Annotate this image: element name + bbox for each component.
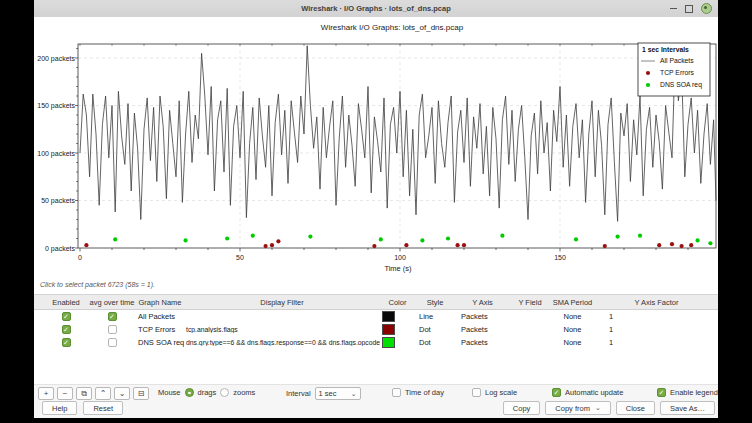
tcp-errors-dot	[603, 244, 607, 248]
copy-from-label: Copy from	[555, 404, 590, 413]
x-tick-label: 0	[78, 254, 82, 261]
add-button[interactable]: +	[38, 387, 54, 400]
graph-row-dns-soa-req[interactable]: ✓DNS SOA reqdns.qry.type==6 && dns.flags…	[34, 336, 718, 349]
sma-period-cell[interactable]: None	[550, 338, 595, 347]
column-header-sma-period[interactable]: SMA Period	[550, 298, 595, 307]
color-swatch[interactable]	[382, 337, 395, 348]
automatic-update-checkbox[interactable]: ✓	[552, 388, 561, 397]
chart-legend: 1 sec IntervalsAll PacketsTCP ErrorsDNS …	[638, 43, 710, 96]
y-axis-factor-cell[interactable]: 1	[595, 338, 718, 347]
interval-dropdown[interactable]: 1 sec ⌄	[315, 387, 361, 400]
y-tick-label: 50 packets	[41, 197, 75, 205]
column-header-enabled[interactable]: Enabled	[44, 298, 88, 307]
chart-title: Wireshark I/O Graphs: lots_of_dns.pcap	[321, 23, 464, 32]
enable-legend-option[interactable]: ✓ Enable legend	[657, 388, 718, 397]
column-header-y-field[interactable]: Y Field	[510, 298, 550, 307]
tcp-errors-dot	[462, 243, 466, 247]
enabled-checkbox[interactable]: ✓	[62, 338, 71, 347]
style-cell[interactable]: Dot	[415, 325, 455, 334]
column-header-y-axis[interactable]: Y Axis	[455, 298, 510, 307]
x-axis-label: Time (s)	[384, 264, 412, 273]
tcp-errors-dot	[670, 242, 674, 246]
dns-soa-req-dot	[446, 236, 450, 240]
style-cell[interactable]: Dot	[415, 338, 455, 347]
enabled-checkbox[interactable]: ✓	[62, 312, 71, 321]
y-axis-factor-cell[interactable]: 1	[595, 312, 718, 321]
graphs-table: Enabledavg over timeGraph NameDisplay Fi…	[34, 294, 718, 386]
maximize-icon[interactable]	[685, 5, 693, 13]
log-scale-checkbox[interactable]	[472, 388, 481, 397]
tcp-errors-dot	[264, 244, 268, 248]
dialog-footer: Help Reset Copy Copy from ⌄ Close Save A…	[34, 401, 718, 417]
move-down-button[interactable]: ⌄	[114, 387, 130, 400]
y-axis-factor-cell[interactable]: 1	[595, 325, 718, 334]
log-scale-option[interactable]: Log scale	[472, 388, 517, 397]
y-axis-cell[interactable]: Packets	[455, 338, 510, 347]
remove-button[interactable]: −	[57, 387, 73, 400]
sma-period-cell[interactable]: None	[550, 325, 595, 334]
io-graph-plot[interactable]: Wireshark I/O Graphs: lots_of_dns.pcap0 …	[34, 17, 718, 279]
display-filter-cell[interactable]: dns.qry.type==6 && dns.flags.response==0…	[184, 339, 380, 346]
style-cell[interactable]: Line	[415, 312, 455, 321]
graph-name-cell[interactable]: All Packets	[136, 312, 184, 321]
dns-soa-req-dot	[308, 235, 312, 239]
close-icon[interactable]	[701, 3, 712, 14]
mouse-zooms-radio[interactable]	[220, 388, 229, 397]
clear-button[interactable]: ⊟	[133, 387, 149, 400]
x-tick-label: 150	[554, 254, 566, 261]
color-swatch[interactable]	[382, 324, 395, 335]
tcp-errors-dot	[276, 239, 280, 243]
column-header-color[interactable]: Color	[380, 298, 415, 307]
tcp-errors-dot	[404, 243, 408, 247]
move-up-button[interactable]: ⌃	[95, 387, 111, 400]
tcp-errors-dot	[372, 244, 376, 248]
duplicate-button[interactable]: ⧉	[76, 387, 92, 400]
time-of-day-checkbox[interactable]	[392, 388, 401, 397]
graph-row-all-packets[interactable]: ✓✓All PacketsLinePacketsNone1	[34, 310, 718, 323]
graph-name-cell[interactable]: TCP Errors	[136, 325, 184, 334]
time-of-day-option[interactable]: Time of day	[392, 388, 444, 397]
dns-soa-req-dot	[420, 238, 424, 242]
mouse-drags-radio[interactable]	[185, 388, 194, 397]
copy-button[interactable]: Copy	[503, 401, 541, 415]
y-tick-label: 150 packets	[37, 102, 75, 110]
mouse-drags-label[interactable]: drags	[198, 388, 217, 397]
interval-label: Interval	[286, 389, 311, 398]
save-as-button[interactable]: Save As…	[660, 401, 715, 415]
graph-name-cell[interactable]: DNS SOA req	[136, 338, 184, 347]
sma-period-cell[interactable]: None	[550, 312, 595, 321]
color-swatch[interactable]	[382, 311, 395, 322]
display-filter-cell[interactable]: tcp.analysis.flags	[184, 326, 380, 333]
x-tick-label: 100	[394, 254, 406, 261]
column-header-graph-name[interactable]: Graph Name	[136, 298, 184, 307]
avg-over-time-checkbox[interactable]	[108, 338, 117, 347]
column-header-style[interactable]: Style	[415, 298, 455, 307]
copy-from-button[interactable]: Copy from ⌄	[545, 401, 610, 415]
y-axis-cell[interactable]: Packets	[455, 312, 510, 321]
mouse-zooms-label[interactable]: zooms	[233, 388, 255, 397]
chart-canvas[interactable]: Wireshark I/O Graphs: lots_of_dns.pcap0 …	[34, 17, 718, 279]
y-tick-label: 100 packets	[37, 150, 75, 158]
tcp-errors-dot	[456, 243, 460, 247]
minimize-icon[interactable]	[670, 8, 677, 10]
io-graphs-dialog: Wireshark · I/O Graphs · lots_of_dns.pca…	[34, 0, 718, 417]
tcp-errors-dot	[657, 243, 661, 247]
graph-row-tcp-errors[interactable]: ✓TCP Errorstcp.analysis.flagsDotPacketsN…	[34, 323, 718, 336]
automatic-update-label: Automatic update	[565, 388, 623, 397]
dns-soa-req-dot	[251, 234, 255, 238]
help-button[interactable]: Help	[42, 401, 77, 415]
y-tick-label: 0 packets	[45, 245, 75, 253]
enable-legend-checkbox[interactable]: ✓	[657, 388, 666, 397]
title-bar[interactable]: Wireshark · I/O Graphs · lots_of_dns.pca…	[34, 0, 718, 18]
automatic-update-option[interactable]: ✓ Automatic update	[552, 388, 623, 397]
enabled-checkbox[interactable]: ✓	[62, 325, 71, 334]
reset-button[interactable]: Reset	[83, 401, 123, 415]
close-button[interactable]: Close	[616, 401, 655, 415]
all-packets-line	[80, 46, 716, 222]
y-axis-cell[interactable]: Packets	[455, 325, 510, 334]
avg-over-time-checkbox[interactable]	[108, 325, 117, 334]
column-header-y-axis-factor[interactable]: Y Axis Factor	[595, 298, 718, 307]
column-header-display-filter[interactable]: Display Filter	[184, 298, 380, 307]
column-header-avg-over-time[interactable]: avg over time	[88, 298, 136, 307]
avg-over-time-checkbox[interactable]: ✓	[108, 312, 117, 321]
